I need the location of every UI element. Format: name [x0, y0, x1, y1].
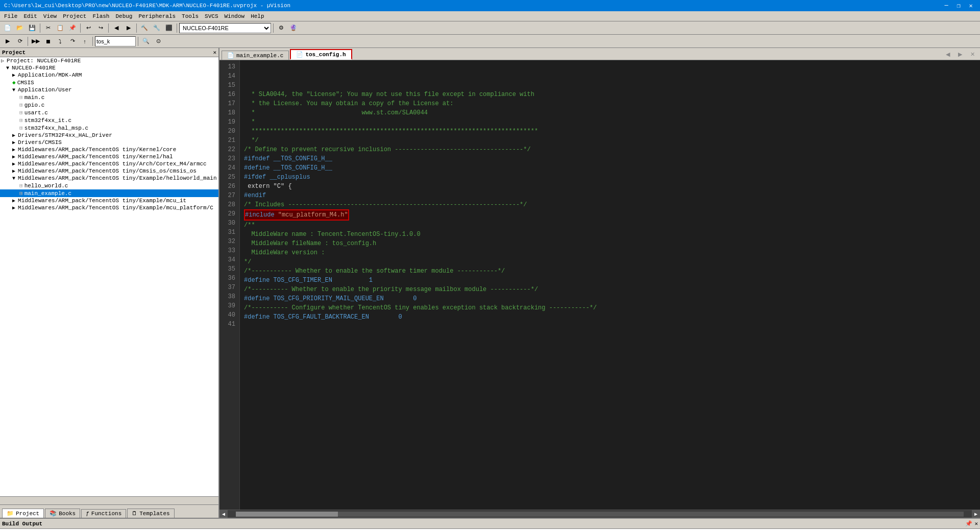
functions-tab-label: Functions [91, 511, 121, 517]
menu-flash[interactable]: Flash [89, 12, 112, 20]
menu-window[interactable]: Window [222, 12, 248, 20]
line-number: 32 [224, 237, 235, 246]
editor-tab-tos-config[interactable]: 📄 tos_config.h [290, 49, 352, 60]
tree-item-label: Middlewares/ARM_pack/TencentOS tiny/Kern… [18, 154, 173, 160]
bp-btn[interactable]: ⊙ [153, 36, 164, 47]
redo-btn[interactable]: ↪ [95, 22, 106, 34]
build-close-btn[interactable]: ✕ [974, 520, 978, 527]
dbg-reset-btn[interactable]: ⟳ [14, 36, 26, 47]
minimize-button[interactable]: — [941, 1, 951, 11]
tree-item-label: CMSIS [17, 80, 34, 86]
tree-item-drivers_stm[interactable]: ▶Drivers/STM32F4xx_HAL_Driver [0, 132, 218, 139]
rebuild-btn[interactable]: 🔧 [151, 22, 162, 34]
tab-functions[interactable]: ƒ Functions [81, 509, 126, 518]
menu-svcs[interactable]: SVCS [202, 12, 221, 20]
find-btn[interactable]: 🔍 [140, 36, 152, 47]
cut-btn[interactable]: ✂ [42, 22, 54, 34]
tree-item-main_c[interactable]: ⊞ main.c [0, 93, 218, 101]
tree-item-mw_hello[interactable]: ▼Middlewares/ARM_pack/TencentOS tiny/Exa… [0, 175, 218, 182]
dbg-stop-btn[interactable]: ⏹ [42, 36, 54, 47]
tree-item-stm32f4xx_hal[interactable]: ⊞ stm32f4xx_hal_msp.c [0, 124, 218, 132]
open-btn[interactable]: 📂 [14, 22, 26, 34]
code-content[interactable]: * SLA0044, the "License"; You may not us… [240, 60, 980, 510]
tree-item-drivers_cmsis[interactable]: ▶Drivers/CMSIS [0, 139, 218, 146]
tree-item-app_mdk[interactable]: ▶Application/MDK-ARM [0, 71, 218, 79]
menu-edit[interactable]: Edit [20, 12, 40, 20]
dbg-step-btn[interactable]: ▶ [2, 36, 13, 47]
project-close-btn[interactable]: ✕ [213, 49, 216, 56]
fwd-btn[interactable]: ▶ [123, 22, 134, 34]
tab-close[interactable]: ✕ [967, 49, 978, 60]
tab-scroll-left[interactable]: ◀ [942, 49, 953, 60]
code-line: /* Define to prevent recursive inclusion… [244, 145, 976, 154]
main-layout: Project ✕ ▷Project: NUCLEO-F401RE▼NUCLEO… [0, 48, 980, 518]
target-select[interactable]: NUCLEO-F401RE [179, 23, 271, 33]
menu-file[interactable]: File [1, 12, 20, 20]
tree-file-icon: ⊞ [19, 190, 23, 197]
line-number: 13 [224, 62, 235, 71]
tree-item-main_example[interactable]: ⊞ main_example.c [0, 189, 218, 197]
menu-peripherals[interactable]: Peripherals [135, 12, 179, 20]
undo-btn[interactable]: ↩ [83, 22, 94, 34]
dbg-over-btn[interactable]: ↷ [67, 36, 78, 47]
build-pin-btn[interactable]: 📌 [965, 520, 972, 527]
wizard-btn[interactable]: 🔮 [288, 22, 299, 34]
dbg-into-btn[interactable]: ⤵ [55, 36, 66, 47]
menu-debug[interactable]: Debug [112, 12, 135, 20]
project-hscroll[interactable] [0, 496, 218, 504]
build-btn[interactable]: 🔨 [139, 22, 150, 34]
hscroll-right-btn[interactable]: ▶ [972, 510, 980, 518]
hscroll-left-btn[interactable]: ◀ [219, 510, 228, 518]
dbg-run-btn[interactable]: ▶▶ [30, 36, 41, 47]
tab-books[interactable]: 📚 Books [45, 509, 80, 518]
tree-item-mw_arch[interactable]: ▶Middlewares/ARM_pack/TencentOS tiny/Arc… [0, 160, 218, 167]
hscroll-thumb[interactable] [236, 512, 338, 517]
menu-project[interactable]: Project [60, 12, 89, 20]
tree-item-root[interactable]: ▷Project: NUCLEO-F401RE [0, 57, 218, 64]
code-line: * SLA0044, the "License"; You may not us… [244, 90, 976, 99]
tree-item-mw_mcu_platform[interactable]: ▶Middlewares/ARM_pack/TencentOS tiny/Exa… [0, 204, 218, 211]
tree-item-mw_kernel_core[interactable]: ▶Middlewares/ARM_pack/TencentOS tiny/Ker… [0, 146, 218, 153]
copy-btn[interactable]: 📋 [55, 22, 66, 34]
sep7 [28, 37, 28, 46]
new-btn[interactable]: 📄 [2, 22, 13, 34]
build-title: Build Output [2, 521, 42, 527]
manage-btn[interactable]: ⚙ [276, 22, 287, 34]
tree-item-cmsis[interactable]: ◆ CMSIS [0, 79, 218, 86]
maximize-button[interactable]: ❐ [953, 1, 964, 11]
search-input[interactable] [95, 36, 136, 46]
tab-templates[interactable]: 🗒 Templates [127, 509, 174, 518]
tree-item-usart_c[interactable]: ⊞ usart.c [0, 109, 218, 116]
menu-help[interactable]: Help [248, 12, 267, 20]
tree-item-mw_kernel_hal[interactable]: ▶Middlewares/ARM_pack/TencentOS tiny/Ker… [0, 153, 218, 160]
books-tab-icon: 📚 [50, 510, 57, 517]
hscroll-track[interactable] [236, 512, 964, 517]
books-tab-label: Books [59, 511, 76, 517]
tree-item-nucleo[interactable]: ▼NUCLEO-F401RE [0, 64, 218, 71]
stop-btn[interactable]: ⬛ [163, 22, 175, 34]
code-line: #define TOS_CFG_FAULT_BACKTRACE_EN 0 [244, 312, 976, 322]
tab-project[interactable]: 📁 Project [2, 509, 44, 518]
back-btn[interactable]: ◀ [111, 22, 122, 34]
code-editor[interactable]: 1314151617181920212223242526272829303132… [219, 60, 980, 510]
tab-scroll-right[interactable]: ▶ [954, 49, 966, 60]
tree-item-mw_mcu_it[interactable]: ▶Middlewares/ARM_pack/TencentOS tiny/Exa… [0, 197, 218, 204]
menu-tools[interactable]: Tools [179, 12, 202, 20]
build-controls: 📌 ✕ [965, 520, 978, 527]
toolbar2: ▶ ⟳ ▶▶ ⏹ ⤵ ↷ ↑ 🔍 ⊙ [0, 35, 980, 48]
editor-tabs: 📄 main_example.c 📄 tos_config.h ◀ ▶ ✕ [219, 48, 980, 60]
close-button[interactable]: ✕ [966, 1, 976, 11]
tree-item-app_user[interactable]: ▼Application/User [0, 86, 218, 93]
tree-item-mw_cmsis_os[interactable]: ▶Middlewares/ARM_pack/TencentOS tiny/Cms… [0, 167, 218, 175]
editor-hscroll[interactable]: ◀ ▶ [219, 510, 980, 518]
dbg-out-btn[interactable]: ↑ [79, 36, 90, 47]
save-btn[interactable]: 💾 [27, 22, 38, 34]
menu-view[interactable]: View [40, 12, 60, 20]
editor-tab-controls: ◀ ▶ ✕ [942, 49, 978, 60]
project-tabs: 📁 Project 📚 Books ƒ Functions 🗒 Template… [0, 504, 218, 518]
tree-item-stm32f4xx_it[interactable]: ⊞ stm32f4xx_it.c [0, 116, 218, 124]
tree-item-hello_world[interactable]: ⊞ hello_world.c [0, 182, 218, 189]
tree-item-gpio_c[interactable]: ⊞ gpio.c [0, 101, 218, 109]
editor-tab-main-example[interactable]: 📄 main_example.c [222, 51, 289, 60]
paste-btn[interactable]: 📌 [67, 22, 78, 34]
